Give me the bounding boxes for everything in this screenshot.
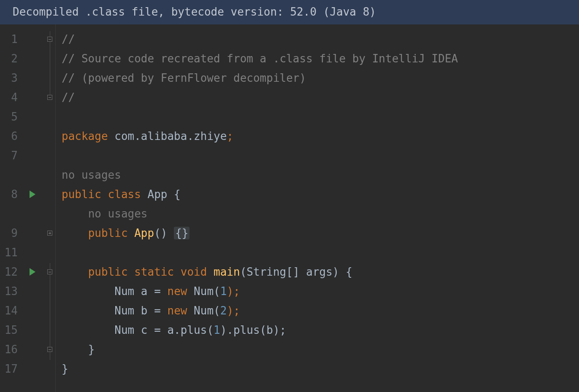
code-line: Num a = new Num(1);: [62, 282, 573, 301]
run-main-icon[interactable]: [30, 268, 35, 276]
code-line: public static void main(String[] args) {: [62, 262, 573, 282]
usage-hint: no usages: [88, 207, 148, 220]
fold-toggle-icon[interactable]: [47, 37, 52, 42]
code-editor: 1 2 3 4 5 6 7 8 9 11 12 13 14 15 16 17: [0, 24, 579, 392]
line-number: 8: [0, 185, 21, 204]
fold-toggle-icon[interactable]: [47, 347, 52, 352]
line-number: 13: [0, 282, 21, 301]
code-line: // (powered by FernFlower decompiler): [62, 68, 573, 88]
line-number: 6: [0, 126, 21, 146]
line-number: 1: [0, 30, 21, 49]
line-number: 9: [0, 223, 21, 243]
line-number: 17: [0, 359, 21, 379]
line-numbers-column: 1 2 3 4 5 6 7 8 9 11 12 13 14 15 16 17: [0, 24, 21, 392]
fold-expand-icon[interactable]: [47, 231, 52, 236]
run-gutter-column: [21, 24, 44, 392]
code-line: Num c = a.plus(1).plus(b);: [62, 320, 573, 340]
line-number: 3: [0, 68, 21, 88]
code-content[interactable]: // // Source code recreated from a .clas…: [56, 24, 579, 392]
usage-hint: no usages: [62, 169, 121, 181]
code-line: //: [62, 30, 573, 49]
folded-block[interactable]: {}: [174, 227, 189, 239]
line-number: 4: [0, 88, 21, 107]
decompiled-banner: Decompiled .class file, bytecode version…: [0, 0, 579, 24]
line-number: 14: [0, 301, 21, 320]
code-line: }: [62, 340, 573, 359]
code-line: [62, 243, 573, 262]
code-line: [62, 146, 573, 165]
line-number: 2: [0, 49, 21, 68]
line-number: 5: [0, 107, 21, 126]
code-line: no usages: [62, 204, 573, 223]
line-number: 12: [0, 262, 21, 282]
fold-gutter-column: [44, 24, 56, 392]
code-line: public class App {: [62, 185, 573, 204]
fold-toggle-icon[interactable]: [47, 95, 52, 100]
code-line: package com.alibaba.zhiye;: [62, 126, 573, 146]
line-number: [0, 204, 21, 223]
line-number: [0, 165, 21, 185]
line-number: 7: [0, 146, 21, 165]
code-line: Num b = new Num(2);: [62, 301, 573, 320]
code-line: [62, 107, 573, 126]
code-line: // Source code recreated from a .class f…: [62, 49, 573, 68]
editor-gutter: 1 2 3 4 5 6 7 8 9 11 12 13 14 15 16 17: [0, 24, 56, 392]
banner-text: Decompiled .class file, bytecode version…: [13, 5, 376, 18]
run-class-icon[interactable]: [30, 191, 35, 198]
line-number: 11: [0, 243, 21, 262]
code-line: }: [62, 359, 573, 379]
code-line: no usages: [62, 165, 573, 185]
code-line: //: [62, 88, 573, 107]
fold-toggle-icon[interactable]: [47, 269, 52, 274]
line-number: 15: [0, 320, 21, 340]
line-number: 16: [0, 340, 21, 359]
code-line: public App() {}: [62, 223, 573, 243]
